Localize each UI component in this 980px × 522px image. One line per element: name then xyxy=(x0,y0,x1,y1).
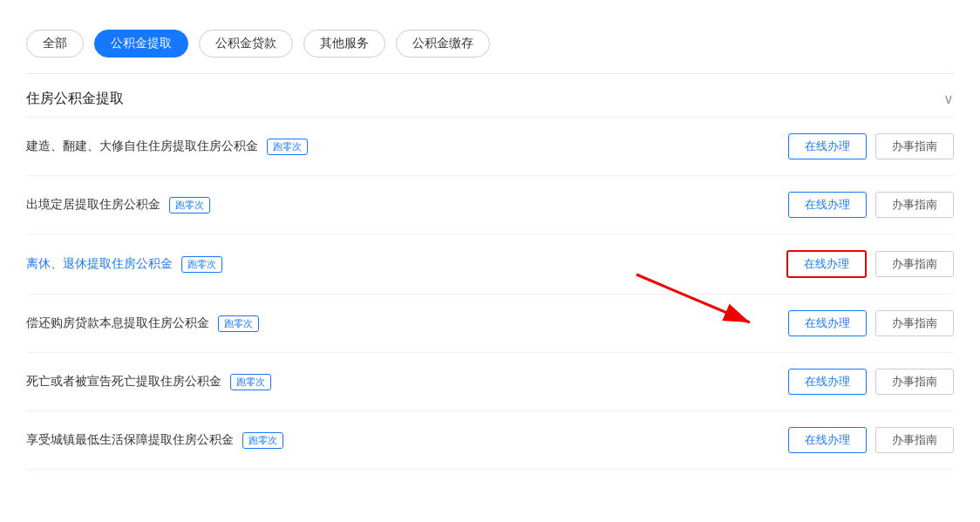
tab-withdraw[interactable]: 公积金提取 xyxy=(94,30,188,58)
online-btn-repay[interactable]: 在线办理 xyxy=(788,310,867,336)
service-row-left-build: 建造、翻建、大修自住住房提取住房公积金跑零次 xyxy=(26,139,788,155)
service-row-right-build: 在线办理办事指南 xyxy=(788,133,954,159)
service-row-abroad: 出境定居提取住房公积金跑零次在线办理办事指南 xyxy=(26,176,954,234)
service-row-repay: 偿还购房贷款本息提取住房公积金跑零次在线办理办事指南 xyxy=(26,295,954,353)
service-row-right-retire: 在线办理办事指南 xyxy=(786,250,954,278)
tab-other[interactable]: 其他服务 xyxy=(303,30,385,58)
tab-all[interactable]: 全部 xyxy=(26,30,84,58)
service-name-build: 建造、翻建、大修自住住房提取住房公积金 xyxy=(26,139,258,154)
chevron-down-icon[interactable]: ∨ xyxy=(943,91,954,107)
guide-btn-death[interactable]: 办事指南 xyxy=(875,369,954,395)
tab-loan[interactable]: 公积金贷款 xyxy=(199,30,293,58)
service-row-minliving: 享受城镇最低生活保障提取住房公积金跑零次在线办理办事指南 xyxy=(26,411,954,470)
tag-badge-build: 跑零次 xyxy=(267,139,308,155)
service-list: 建造、翻建、大修自住住房提取住房公积金跑零次在线办理办事指南出境定居提取住房公积… xyxy=(26,118,954,470)
main-wrapper: 住房公积金提取 ∨ 建造、翻建、大修自住住房提取住房公积金跑零次在线办理办事指南… xyxy=(26,74,954,470)
tag-badge-death: 跑零次 xyxy=(230,374,271,390)
online-btn-abroad[interactable]: 在线办理 xyxy=(788,192,867,218)
tab-deposit[interactable]: 公积金缴存 xyxy=(396,30,490,58)
service-row-right-minliving: 在线办理办事指南 xyxy=(788,427,954,453)
online-btn-build[interactable]: 在线办理 xyxy=(788,133,867,159)
tag-badge-abroad: 跑零次 xyxy=(169,197,210,214)
service-row-right-abroad: 在线办理办事指南 xyxy=(788,192,954,218)
service-name-minliving: 享受城镇最低生活保障提取住房公积金 xyxy=(26,432,234,448)
service-name-repay: 偿还购房贷款本息提取住房公积金 xyxy=(26,315,209,331)
service-row-left-abroad: 出境定居提取住房公积金跑零次 xyxy=(26,197,788,214)
guide-btn-abroad[interactable]: 办事指南 xyxy=(875,192,954,218)
service-name-death: 死亡或者被宣告死亡提取住房公积金 xyxy=(26,374,221,390)
online-btn-death[interactable]: 在线办理 xyxy=(788,369,867,395)
section-title: 住房公积金提取 xyxy=(26,90,124,108)
service-name-retire[interactable]: 离休、退休提取住房公积金 xyxy=(26,256,173,272)
service-row-build: 建造、翻建、大修自住住房提取住房公积金跑零次在线办理办事指南 xyxy=(26,118,954,176)
online-btn-retire[interactable]: 在线办理 xyxy=(786,250,867,278)
service-row-right-death: 在线办理办事指南 xyxy=(788,369,954,395)
service-row-left-minliving: 享受城镇最低生活保障提取住房公积金跑零次 xyxy=(26,432,788,449)
guide-btn-build[interactable]: 办事指南 xyxy=(875,133,954,159)
guide-btn-minliving[interactable]: 办事指南 xyxy=(875,427,954,453)
guide-btn-retire[interactable]: 办事指南 xyxy=(875,251,954,277)
tag-badge-retire: 跑零次 xyxy=(181,256,222,273)
guide-btn-repay[interactable]: 办事指南 xyxy=(875,310,954,336)
section-header: 住房公积金提取 ∨ xyxy=(26,74,954,118)
service-row-right-repay: 在线办理办事指南 xyxy=(788,310,954,336)
service-row-death: 死亡或者被宣告死亡提取住房公积金跑零次在线办理办事指南 xyxy=(26,353,954,411)
service-row-left-death: 死亡或者被宣告死亡提取住房公积金跑零次 xyxy=(26,374,788,390)
service-name-abroad: 出境定居提取住房公积金 xyxy=(26,197,160,213)
online-btn-minliving[interactable]: 在线办理 xyxy=(788,427,867,453)
tag-badge-minliving: 跑零次 xyxy=(242,432,283,449)
service-row-left-repay: 偿还购房贷款本息提取住房公积金跑零次 xyxy=(26,315,788,332)
tab-bar: 全部公积金提取公积金贷款其他服务公积金缴存 xyxy=(26,17,954,74)
service-row-retire: 离休、退休提取住房公积金跑零次在线办理办事指南 xyxy=(26,234,954,295)
service-row-left-retire: 离休、退休提取住房公积金跑零次 xyxy=(26,256,786,273)
tag-badge-repay: 跑零次 xyxy=(218,315,259,332)
